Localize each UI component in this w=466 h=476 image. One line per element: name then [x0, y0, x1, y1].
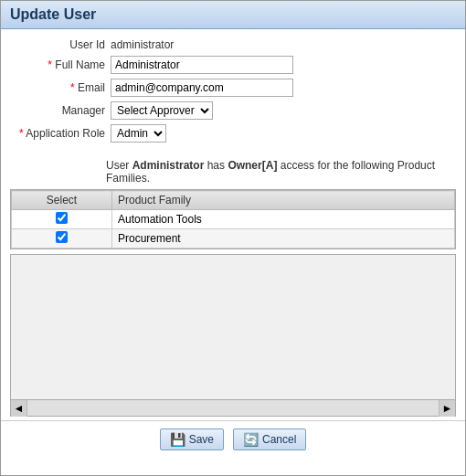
form-area: User Id administrator * Full Name * Emai…: [1, 29, 465, 152]
empty-table-area: [10, 254, 456, 400]
product-family-cell: Procurement: [112, 229, 455, 249]
product-family-cell: Automation Tools: [112, 210, 455, 229]
cancel-label: Cancel: [262, 433, 296, 446]
email-input[interactable]: [111, 79, 293, 97]
product-family-table: Select Product Family Automation ToolsPr…: [11, 190, 455, 249]
table-row: Automation Tools: [12, 210, 455, 229]
email-label: * Email: [10, 81, 111, 94]
full-name-label: * Full Name: [10, 58, 111, 71]
manager-select[interactable]: Select Approver: [111, 101, 213, 120]
product-family-checkbox[interactable]: [56, 212, 68, 224]
page-title: Update User: [1, 1, 465, 29]
col-product-family-header: Product Family: [112, 191, 455, 210]
app-role-row: * Application Role Admin: [10, 124, 456, 143]
user-id-row: User Id administrator: [10, 38, 456, 51]
full-name-input[interactable]: [111, 56, 293, 74]
scroll-track: [27, 400, 439, 416]
save-icon: 💾: [170, 432, 185, 447]
cancel-button[interactable]: 🔄 Cancel: [233, 428, 306, 450]
scroll-left-button[interactable]: ◄: [11, 400, 27, 417]
full-name-row: * Full Name: [10, 56, 456, 74]
select-cell: [12, 229, 112, 249]
manager-label: Manager: [10, 104, 111, 117]
scroll-right-button[interactable]: ►: [439, 400, 455, 417]
manager-row: Manager Select Approver: [10, 101, 456, 120]
info-access-type: Owner[A]: [228, 159, 277, 172]
horizontal-scrollbar: ◄ ►: [10, 400, 456, 417]
product-family-checkbox[interactable]: [56, 231, 68, 243]
col-select-header: Select: [12, 191, 112, 210]
table-header-row: Select Product Family: [12, 191, 455, 210]
save-button[interactable]: 💾 Save: [160, 428, 224, 450]
user-id-label: User Id: [10, 38, 111, 51]
footer-bar: 💾 Save 🔄 Cancel: [1, 420, 465, 458]
save-label: Save: [189, 433, 214, 446]
select-cell: [12, 210, 112, 229]
user-id-value: administrator: [111, 38, 174, 51]
app-role-select[interactable]: Admin: [111, 124, 166, 143]
table-row: Procurement: [12, 229, 455, 249]
info-username: Administrator: [132, 159, 205, 172]
app-role-label: * Application Role: [10, 127, 111, 140]
product-family-table-container: Select Product Family Automation ToolsPr…: [10, 189, 456, 249]
email-row: * Email: [10, 79, 456, 97]
cancel-icon: 🔄: [243, 432, 259, 447]
info-text: User Administrator has Owner[A] access f…: [106, 159, 465, 185]
